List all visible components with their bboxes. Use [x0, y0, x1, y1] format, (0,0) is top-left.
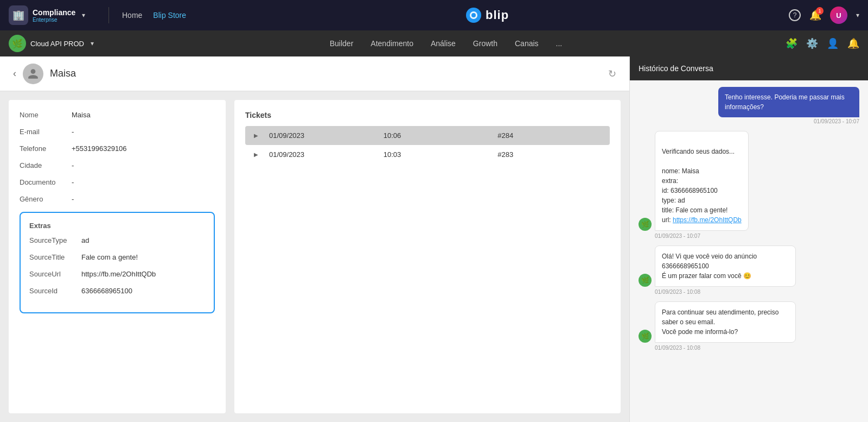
- tickets-title: Tickets: [245, 111, 610, 119]
- blip-wordmark: blip: [486, 8, 509, 22]
- bot-avatar-sm-4: 🌿: [639, 330, 652, 343]
- notification-badge: 1: [816, 7, 824, 15]
- nav-link-home[interactable]: Home: [122, 11, 142, 20]
- refresh-button[interactable]: ↻: [608, 68, 616, 80]
- label-sourceid: SourceId: [29, 287, 73, 295]
- extras-section: Extras SourceType ad SourceTitle Fale co…: [20, 212, 215, 313]
- bubble-agent-1: Tenho interesse. Poderia me passar mais …: [718, 87, 859, 117]
- value-sourceurl: https://fb.me/2OhIttQDb: [81, 270, 156, 278]
- nav-more[interactable]: ...: [556, 39, 563, 48]
- label-nome: Nome: [20, 111, 63, 119]
- contact-header: ‹ Maisa ↻: [0, 56, 629, 91]
- ticket-expand-icon-1[interactable]: ▶: [254, 133, 258, 138]
- contact-name: Maisa: [50, 68, 602, 79]
- label-telefone: Telefone: [20, 144, 63, 153]
- message-3: 🌿 Olá! Vi que você veio do anúncio 63666…: [639, 245, 796, 287]
- message-2: 🌿 Verificando seus dados... nome: Maisa …: [639, 131, 749, 231]
- ticket-time-1: 10:06: [384, 131, 487, 140]
- back-button[interactable]: ‹: [13, 68, 16, 79]
- value-sourcetitle: Fale com a gente!: [81, 253, 138, 261]
- label-documento: Documento: [20, 178, 63, 186]
- message-3-wrapper: 🌿 Olá! Vi que você veio do anúncio 63666…: [639, 245, 859, 295]
- msg-text-4: Para continuar seu atendimento, preciso …: [662, 308, 778, 336]
- blip-logo: blip: [466, 8, 509, 23]
- field-documento: Documento -: [20, 178, 215, 186]
- msg-text-1: Tenho interesse. Poderia me passar mais …: [725, 93, 845, 111]
- avatar-chevron[interactable]: ▾: [856, 11, 859, 19]
- field-telefone: Telefone +5531996329106: [20, 144, 215, 153]
- nav-separator: [108, 7, 109, 23]
- brand-section: 🏢 Compliance Enterprise ▾: [9, 5, 95, 25]
- brand-title: Compliance: [33, 8, 75, 17]
- field-email: E-mail -: [20, 128, 215, 136]
- notification-button[interactable]: 🔔 1: [809, 9, 821, 21]
- nav-growth[interactable]: Growth: [473, 39, 497, 48]
- message-2-wrapper: 🌿 Verificando seus dados... nome: Maisa …: [639, 131, 859, 239]
- value-telefone: +5531996329106: [72, 144, 127, 153]
- contact-avatar: [23, 64, 43, 84]
- value-documento: -: [72, 178, 74, 186]
- nav-analise[interactable]: Análise: [431, 39, 456, 48]
- help-button[interactable]: ?: [789, 9, 801, 21]
- ticket-row[interactable]: ▶ 01/09/2023 10:03 #283: [245, 145, 610, 164]
- top-nav: 🏢 Compliance Enterprise ▾ Home Blip Stor…: [0, 0, 868, 30]
- help-icon: ?: [789, 9, 801, 21]
- message-4: 🌿 Para continuar seu atendimento, precis…: [639, 301, 796, 343]
- chat-history-header: Histórico de Conversa: [630, 56, 868, 80]
- label-cidade: Cidade: [20, 161, 63, 169]
- bot-avatar-sm: 🌿: [639, 218, 652, 231]
- sec-brand-chevron[interactable]: ▾: [91, 40, 94, 47]
- field-genero: Gênero -: [20, 195, 215, 203]
- sec-nav-right: 🧩 ⚙️ 👤 🔔: [786, 37, 859, 49]
- value-sourceid: 6366668965100: [81, 287, 132, 295]
- nav-canais[interactable]: Canais: [515, 39, 539, 48]
- source-url-link[interactable]: https://fb.me/2OhIttQDb: [673, 216, 742, 224]
- panel-body: Nome Maisa E-mail - Telefone +5531996329…: [0, 91, 629, 422]
- brand-text: Compliance Enterprise: [33, 8, 75, 23]
- nav-atendimento[interactable]: Atendimento: [371, 39, 413, 48]
- timestamp-3: 01/09/2023 - 10:08: [639, 289, 700, 295]
- brand-subtitle: Enterprise: [33, 17, 75, 23]
- bubble-bot-3: Olá! Vi que você veio do anúncio 6366668…: [655, 245, 796, 287]
- ticket-date-2: 01/09/2023: [269, 150, 373, 159]
- ticket-row[interactable]: ▶ 01/09/2023 10:06 #284: [245, 126, 610, 145]
- msg-text-3: Olá! Vi que você veio do anúncio 6366668…: [662, 253, 757, 280]
- ticket-time-2: 10:03: [384, 150, 487, 159]
- ticket-id-1: #284: [497, 131, 601, 140]
- user-avatar[interactable]: U: [830, 7, 847, 24]
- right-panel: Histórico de Conversa Tenho interesse. P…: [629, 56, 868, 422]
- value-genero: -: [72, 195, 74, 203]
- svg-point-1: [471, 13, 476, 17]
- ticket-expand-icon-2[interactable]: ▶: [254, 152, 258, 158]
- person-icon[interactable]: 👤: [827, 37, 839, 49]
- field-sourceurl: SourceUrl https://fb.me/2OhIttQDb: [29, 270, 205, 278]
- main-content: ‹ Maisa ↻ Nome Maisa E-mail - Telefone: [0, 56, 868, 422]
- bubble-bot-2: Verificando seus dados... nome: Maisa ex…: [655, 131, 749, 231]
- puzzle-icon[interactable]: 🧩: [786, 37, 797, 49]
- value-sourcetype: ad: [81, 236, 89, 244]
- field-nome: Nome Maisa: [20, 111, 215, 119]
- brand-chevron[interactable]: ▾: [82, 11, 85, 19]
- timestamp-2: 01/09/2023 - 10:07: [639, 233, 700, 239]
- chat-history-title: Histórico de Conversa: [639, 64, 713, 73]
- timestamp-1: 01/09/2023 - 10:07: [814, 118, 859, 124]
- field-sourceid: SourceId 6366668965100: [29, 287, 205, 295]
- nav-builder[interactable]: Builder: [330, 39, 354, 48]
- alert-icon[interactable]: 🔔: [847, 37, 859, 49]
- bot-avatar-sm-3: 🌿: [639, 274, 652, 287]
- sec-nav-links: Builder Atendimento Análise Growth Canai…: [106, 39, 786, 48]
- ticket-id-2: #283: [497, 150, 601, 159]
- label-sourcetitle: SourceTitle: [29, 253, 73, 261]
- label-email: E-mail: [20, 128, 63, 136]
- chat-body: Tenho interesse. Poderia me passar mais …: [630, 80, 868, 422]
- label-genero: Gênero: [20, 195, 63, 203]
- ticket-date-1: 01/09/2023: [269, 131, 373, 140]
- extras-title: Extras: [29, 222, 205, 230]
- bubble-bot-4: Para continuar seu atendimento, preciso …: [655, 301, 796, 343]
- blip-dot-icon: [466, 8, 481, 23]
- timestamp-4: 01/09/2023 - 10:08: [639, 345, 700, 351]
- nav-link-blipstore[interactable]: Blip Store: [153, 11, 186, 20]
- sec-brand-icon: 🌿: [9, 35, 26, 52]
- gear-icon[interactable]: ⚙️: [806, 37, 818, 49]
- label-sourcetype: SourceType: [29, 236, 73, 244]
